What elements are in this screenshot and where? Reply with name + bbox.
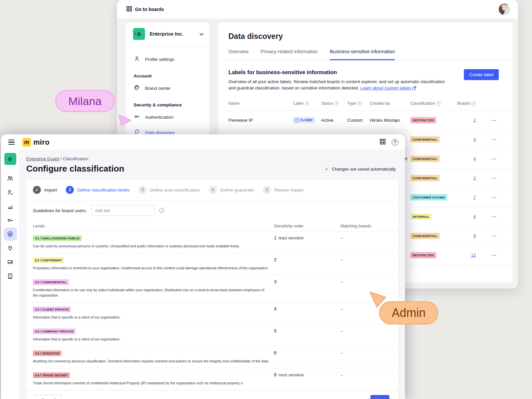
text-label-icon: T xyxy=(295,118,299,122)
sidebar-section-security: Security & compliance xyxy=(126,96,209,109)
key-icon xyxy=(134,113,140,121)
tab-privacy-related[interactable]: Privacy-related information xyxy=(260,49,318,60)
classification-badge: CONFIDENTIAL xyxy=(410,136,440,143)
level-row: C3 / COMPANY PRIVATE Information that is… xyxy=(26,324,398,346)
rail-plug-icon[interactable] xyxy=(4,241,17,255)
level-badge: C3 / CONFIDENTIAL xyxy=(33,279,69,285)
level-row: C1 / UNCLASSIFIED PUBLIC Can be used by … xyxy=(26,231,398,253)
level-row: C4 / TRADE SECRET Trade Secret informati… xyxy=(26,368,398,390)
row-more-button[interactable]: ··· xyxy=(476,137,513,142)
classification-badge: RESTRICTED xyxy=(410,117,436,123)
row-more-button[interactable]: ··· xyxy=(476,156,513,161)
external-link-icon xyxy=(412,85,416,92)
row-more-button[interactable]: ··· xyxy=(476,195,513,200)
level-badge: C3 / CLIENT PRIVATE xyxy=(33,307,71,312)
help-icon[interactable]: ? xyxy=(334,101,338,106)
row-more-button[interactable]: ··· xyxy=(476,214,513,219)
level-description: Information that is specific to a client… xyxy=(33,315,273,320)
row-more-button[interactable]: ··· xyxy=(476,176,513,181)
sidebar-item-label: Profile settings xyxy=(145,57,175,62)
boards-count-link[interactable]: 12 xyxy=(471,253,476,258)
sidebar-item-profile-settings[interactable]: Profile settings xyxy=(126,52,209,67)
tab-overview[interactable]: Overview xyxy=(228,49,248,60)
cancel-button[interactable]: Cancel xyxy=(35,395,61,399)
sidebar-item-authentication[interactable]: Authentication xyxy=(126,109,209,125)
miro-content: Enterprise Guard / Classification Config… xyxy=(20,150,405,399)
level-badge: C2 / COPYRIGHT xyxy=(33,257,64,263)
level-row: C2 / COPYRIGHT Proprietary information i… xyxy=(26,253,398,275)
sidebar-item-label: Brand center xyxy=(145,86,171,91)
boards-count-link[interactable]: 1 xyxy=(473,118,476,123)
help-icon[interactable]: ? xyxy=(357,101,362,106)
org-switcher[interactable]: e Enterprise Inc. xyxy=(126,23,209,47)
rail-device-icon[interactable] xyxy=(4,255,17,269)
boards-count-link[interactable]: 9 xyxy=(473,233,476,238)
screen: Go to boards e Enterprise Inc. Profile s… xyxy=(0,0,532,399)
labels-table-header: Name Label? Status? Type? Created by Cla… xyxy=(218,101,513,111)
go-to-boards-button[interactable]: Go to boards xyxy=(126,6,164,13)
org-name: Enterprise Inc. xyxy=(150,31,195,37)
breadcrumb-enterprise-guard[interactable]: Enterprise Guard xyxy=(26,156,59,161)
rail-key-icon[interactable] xyxy=(4,213,17,227)
sidebar-item-brand-center[interactable]: Brand center xyxy=(126,80,209,96)
person-icon xyxy=(134,56,140,63)
level-description: Can be used by anonymous persons or syst… xyxy=(33,243,273,249)
step-check-icon: ✓ xyxy=(33,186,41,194)
rail-building-icon[interactable] xyxy=(4,269,17,283)
step-guardrails[interactable]: 4 Define guardrails xyxy=(209,186,254,194)
rail-user-check-icon[interactable] xyxy=(4,186,17,199)
rail-chart-icon[interactable] xyxy=(4,200,17,213)
level-badge: C3 / COMPANY PRIVATE xyxy=(33,329,75,334)
miro-logo[interactable]: m miro xyxy=(22,138,50,147)
create-label-button[interactable]: Create label xyxy=(464,69,499,80)
sidebar-item-label: Authentication xyxy=(145,115,174,120)
hamburger-menu-icon[interactable] xyxy=(7,138,16,146)
help-icon[interactable]: ? xyxy=(436,101,441,106)
milana-cursor-icon xyxy=(116,112,132,127)
step-review-impact[interactable]: 5 Review impact xyxy=(263,186,304,194)
step-define-levels[interactable]: 2 Define classification levels xyxy=(66,186,130,194)
classification-badge: CONFIDENTIAL xyxy=(410,175,440,181)
miro-logo-icon: m xyxy=(22,138,31,147)
guidelines-link-input[interactable] xyxy=(91,205,155,216)
help-icon[interactable]: ? xyxy=(305,101,309,106)
level-badge: C4 / SENSITIVE xyxy=(33,350,62,356)
classification-badge: INTERNAL xyxy=(410,213,432,220)
boards-count-link[interactable]: 4 xyxy=(473,214,476,219)
step-import[interactable]: ✓ Import xyxy=(33,186,57,194)
boards-count-link[interactable]: 7 xyxy=(473,195,476,200)
row-more-button[interactable]: ··· xyxy=(476,253,513,258)
step-auto-classification[interactable]: 3 Define auto-classification xyxy=(139,186,200,194)
rail-shield-lock-icon[interactable] xyxy=(4,227,17,241)
level-row: C3 / CONFIDENTIAL Confidential informati… xyxy=(26,275,398,302)
tab-business-sensitive[interactable]: Business-sensitive information xyxy=(330,49,395,60)
level-description: Proprietary information is restricted to… xyxy=(33,265,273,271)
breadcrumb-classification: Classification xyxy=(63,156,88,161)
classification-card: ✓ Import 2 Define classification levels … xyxy=(26,180,398,399)
row-more-button[interactable]: ··· xyxy=(476,233,513,238)
next-button[interactable]: Next xyxy=(370,395,389,399)
row-more-button[interactable]: ··· xyxy=(476,118,513,123)
level-row: C4 / SENSITIVE Anything not covered by p… xyxy=(26,346,398,368)
help-icon[interactable]: ? xyxy=(392,139,398,146)
boards-count-link[interactable]: 4 xyxy=(473,137,476,142)
enterprise-logo[interactable]: e xyxy=(4,153,16,165)
admin-topbar: Go to boards xyxy=(117,0,518,19)
apps-grid-icon[interactable] xyxy=(380,139,386,146)
help-icon[interactable]: ? xyxy=(471,102,476,106)
level-badge: C4 / TRADE SECRET xyxy=(33,372,70,378)
info-icon[interactable]: i xyxy=(159,208,164,213)
section-description: Overview of all your active labels. Revi… xyxy=(228,78,445,92)
learn-custom-labels-link[interactable]: Learn about custom labels xyxy=(360,85,411,90)
chevron-down-icon xyxy=(200,31,203,37)
user-avatar[interactable] xyxy=(499,4,510,15)
rail-users-icon[interactable] xyxy=(4,172,17,185)
level-description: Confidential information is for use only… xyxy=(33,287,266,298)
guidelines-label: Guidelines for board users: xyxy=(33,208,87,213)
boards-count-link[interactable]: 4 xyxy=(473,156,476,161)
level-description: Trade Secret information consists of con… xyxy=(33,380,273,386)
enterprise-logo: e xyxy=(133,28,145,40)
boards-count-link[interactable]: 2 xyxy=(473,176,476,181)
sidebar-section-account: Account xyxy=(126,67,209,80)
classification-badge: RESTRICTED xyxy=(410,252,436,258)
